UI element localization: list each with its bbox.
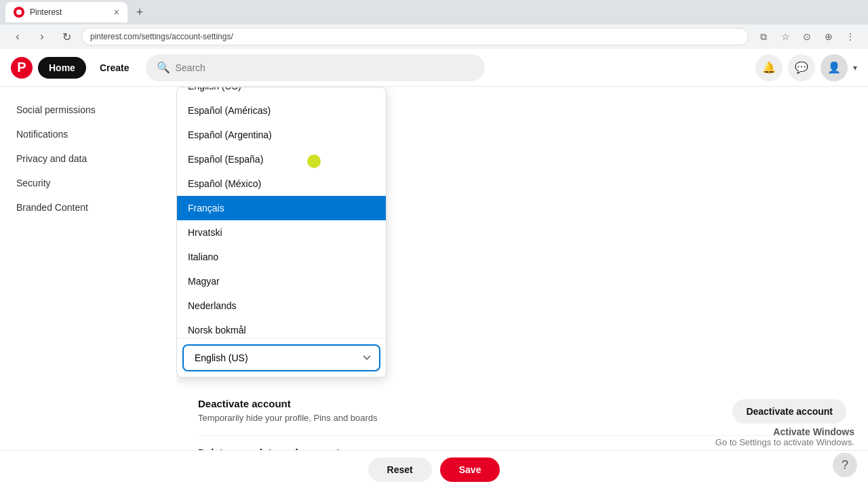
- browser-chrome: Pinterest × + ‹ › ↻ pinterest.com/settin…: [0, 0, 868, 49]
- active-tab[interactable]: Pinterest ×: [5, 2, 127, 22]
- dropdown-item[interactable]: Español (España): [177, 147, 386, 171]
- sidebar: Social permissions Notifications Privacy…: [0, 87, 176, 488]
- back-button[interactable]: ‹: [8, 27, 27, 46]
- pinterest-logo[interactable]: P: [11, 57, 33, 79]
- messages-icon[interactable]: 💬: [788, 54, 815, 81]
- header-nav: Home Create: [38, 57, 140, 79]
- deactivate-account-button[interactable]: Deactivate account: [732, 399, 846, 424]
- deactivate-title: Deactivate account: [198, 398, 377, 409]
- search-input[interactable]: [176, 62, 474, 73]
- menu-icon[interactable]: ⋮: [841, 27, 860, 46]
- deactivate-info: Deactivate account Temporarily hide your…: [198, 398, 377, 424]
- sidebar-item-branded-content[interactable]: Branded Content: [5, 195, 171, 220]
- new-tab-button[interactable]: +: [130, 3, 149, 22]
- header-dropdown-arrow[interactable]: ▾: [853, 63, 857, 73]
- pinterest-header: P Home Create 🔍 🔔 💬 👤 ▾: [0, 49, 868, 87]
- sidebar-item-security[interactable]: Security: [5, 171, 171, 195]
- language-select[interactable]: English (US): [182, 344, 380, 371]
- dropdown-item[interactable]: Hrvatski: [177, 220, 386, 245]
- nav-bar: ‹ › ↻ pinterest.com/settings/account-set…: [0, 24, 868, 49]
- header-right: 🔔 💬 👤 ▾: [755, 54, 857, 81]
- search-icon: 🔍: [157, 61, 170, 74]
- home-nav-button[interactable]: Home: [38, 57, 86, 79]
- forward-button[interactable]: ›: [33, 27, 52, 46]
- windows-activate: Activate Windows Go to Settings to activ…: [715, 426, 854, 447]
- extensions-icon[interactable]: ⧉: [754, 27, 773, 46]
- save-button[interactable]: Save: [440, 458, 500, 482]
- windows-activate-desc: Go to Settings to activate Windows.: [715, 437, 854, 447]
- sidebar-item-privacy[interactable]: Privacy and data: [5, 146, 171, 171]
- help-button[interactable]: ?: [833, 453, 857, 477]
- tab-bar: Pinterest × +: [0, 0, 868, 24]
- sidebar-item-notifications[interactable]: Notifications: [5, 122, 171, 146]
- refresh-button[interactable]: ↻: [57, 27, 76, 46]
- bookmark-icon[interactable]: ☆: [776, 27, 795, 46]
- dropdown-item[interactable]: Norsk bokmål: [177, 318, 386, 338]
- nav-icons: ⧉ ☆ ⊙ ⊕ ⋮: [754, 27, 860, 46]
- user-avatar[interactable]: 👤: [821, 54, 848, 81]
- download-icon[interactable]: ⊕: [819, 27, 838, 46]
- dropdown-item[interactable]: Nederlands: [177, 293, 386, 318]
- dropdown-item[interactable]: English (US): [177, 87, 386, 98]
- tab-close-button[interactable]: ×: [114, 7, 119, 18]
- dropdown-item[interactable]: Français: [177, 196, 386, 220]
- sidebar-item-social-permissions[interactable]: Social permissions: [5, 98, 171, 122]
- search-bar[interactable]: 🔍: [146, 54, 485, 81]
- reset-button[interactable]: Reset: [368, 458, 432, 482]
- notifications-icon[interactable]: 🔔: [755, 54, 783, 81]
- dropdown-item[interactable]: Español (Américas): [177, 98, 386, 123]
- profile-icon[interactable]: ⊙: [797, 27, 816, 46]
- dropdown-item[interactable]: Español (México): [177, 171, 386, 196]
- deactivate-description: Temporarily hide your profile, Pins and …: [198, 412, 377, 424]
- address-bar[interactable]: pinterest.com/settings/account-settings/: [81, 28, 749, 45]
- dropdown-item[interactable]: Italiano: [177, 245, 386, 269]
- dropdown-scroll-area[interactable]: DanskDeutschEnglish (Australia)English (…: [177, 87, 386, 338]
- dropdown-item[interactable]: Magyar: [177, 269, 386, 293]
- url-text: pinterest.com/settings/account-settings/: [90, 32, 233, 41]
- windows-activate-title: Activate Windows: [715, 426, 854, 437]
- tab-title: Pinterest: [30, 7, 108, 17]
- create-nav-button[interactable]: Create: [89, 57, 140, 79]
- footer-bar: Reset Save: [0, 450, 868, 488]
- language-dropdown[interactable]: DanskDeutschEnglish (Australia)English (…: [176, 87, 387, 378]
- tab-favicon: [14, 7, 24, 18]
- dropdown-item[interactable]: Español (Argentina): [177, 123, 386, 147]
